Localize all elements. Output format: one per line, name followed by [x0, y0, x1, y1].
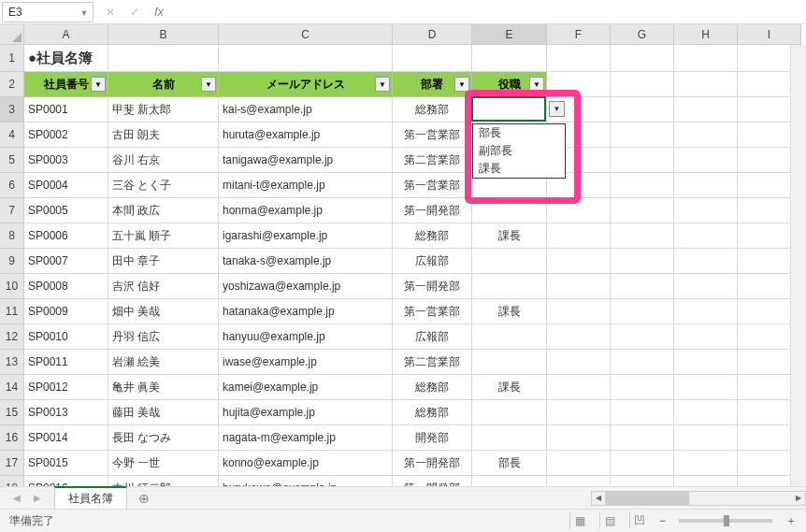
cell[interactable] — [472, 45, 547, 72]
cell-name[interactable]: 三谷 とく子 — [108, 173, 219, 198]
cell-dept[interactable]: 総務部 — [393, 97, 472, 122]
cell-dept[interactable]: 第一営業部 — [393, 299, 472, 324]
cell-empno[interactable]: SP0011 — [24, 350, 108, 375]
next-sheet-icon[interactable]: ▶ — [34, 493, 41, 503]
row-header-4[interactable]: 4 — [0, 122, 24, 148]
column-header-E[interactable]: E — [472, 24, 547, 45]
row-header-11[interactable]: 11 — [0, 299, 24, 324]
zoom-in-button[interactable]: ＋ — [785, 513, 797, 529]
cell-empno[interactable]: SP0006 — [24, 223, 108, 249]
normal-view-icon[interactable]: ▦ — [569, 512, 590, 529]
cell[interactable] — [611, 350, 674, 375]
cell[interactable] — [611, 274, 674, 299]
cell[interactable] — [547, 45, 611, 72]
scroll-right-icon[interactable]: ▶ — [792, 492, 805, 505]
table-header-email[interactable]: メールアドレス▼ — [219, 72, 393, 97]
row-header-15[interactable]: 15 — [0, 400, 24, 425]
column-header-A[interactable]: A — [24, 24, 108, 45]
cell[interactable] — [674, 299, 738, 324]
cell-empno[interactable]: SP0009 — [24, 299, 108, 324]
cell[interactable] — [547, 274, 611, 299]
cell[interactable] — [611, 198, 674, 223]
add-sheet-button[interactable]: ⊕ — [135, 489, 153, 508]
cell-empno[interactable]: SP0012 — [24, 375, 108, 400]
cell-name[interactable]: 丹羽 信広 — [108, 324, 219, 350]
cell-empno[interactable]: SP0016 — [24, 476, 108, 486]
cell-role[interactable] — [472, 274, 547, 299]
cell-email[interactable]: hujita@example.jp — [219, 400, 393, 425]
cell-empno[interactable]: SP0004 — [24, 173, 108, 198]
column-header-D[interactable]: D — [393, 24, 472, 45]
column-header-H[interactable]: H — [674, 24, 738, 45]
cell-dept[interactable]: 第一営業部 — [393, 173, 472, 198]
cell[interactable] — [547, 299, 611, 324]
row-header-10[interactable]: 10 — [0, 274, 24, 299]
cell-name[interactable]: 五十嵐 順子 — [108, 223, 219, 249]
cell-email[interactable]: tanigawa@example.jp — [219, 148, 393, 173]
cell-name[interactable]: 畑中 美哉 — [108, 299, 219, 324]
cell[interactable] — [611, 375, 674, 400]
cell-role[interactable]: 部長 — [472, 451, 547, 476]
column-header-F[interactable]: F — [547, 24, 611, 45]
horizontal-scroll-thumb[interactable] — [605, 492, 689, 505]
cell[interactable] — [219, 45, 393, 72]
cell[interactable] — [674, 324, 738, 350]
cell[interactable] — [547, 425, 611, 451]
cell[interactable] — [611, 476, 674, 486]
row-header-6[interactable]: 6 — [0, 173, 24, 198]
cell-empno[interactable]: SP0005 — [24, 198, 108, 223]
cell[interactable] — [611, 400, 674, 425]
cell-email[interactable]: kamei@example.jp — [219, 375, 393, 400]
page-layout-view-icon[interactable]: ▤ — [599, 512, 620, 529]
cell-role[interactable] — [472, 324, 547, 350]
row-header-8[interactable]: 8 — [0, 223, 24, 249]
dropdown-option[interactable]: 副部長 — [473, 142, 565, 160]
row-header-17[interactable]: 17 — [0, 451, 24, 476]
cell[interactable] — [611, 299, 674, 324]
cell-name[interactable]: 吉沢 信好 — [108, 274, 219, 299]
row-header-14[interactable]: 14 — [0, 375, 24, 400]
cell-empno[interactable]: SP0001 — [24, 97, 108, 122]
zoom-out-button[interactable]: − — [659, 514, 666, 527]
cell[interactable] — [674, 122, 738, 148]
cell[interactable] — [674, 97, 738, 122]
cell-name[interactable]: 古田 朗夫 — [108, 122, 219, 148]
cell[interactable] — [547, 324, 611, 350]
filter-dropdown-icon[interactable]: ▼ — [454, 77, 469, 92]
cell[interactable] — [611, 425, 674, 451]
cell-dept[interactable]: 総務部 — [393, 400, 472, 425]
cell[interactable] — [674, 173, 738, 198]
cell-dept[interactable]: 第一営業部 — [393, 122, 472, 148]
scroll-left-icon[interactable]: ◀ — [592, 492, 605, 505]
cell-email[interactable]: nagata-m@example.jp — [219, 425, 393, 451]
page-break-view-icon[interactable]: 凹 — [629, 512, 650, 529]
name-box-dropdown-icon[interactable]: ▼ — [78, 7, 91, 20]
cell[interactable] — [674, 274, 738, 299]
filter-dropdown-icon[interactable]: ▼ — [201, 77, 216, 92]
cell-dept[interactable]: 開発部 — [393, 425, 472, 451]
dropdown-option[interactable]: 課長 — [473, 160, 565, 178]
row-header-1[interactable]: 1 — [0, 45, 24, 72]
dropdown-option[interactable]: 部長 — [473, 124, 565, 142]
cell-role[interactable] — [472, 198, 547, 223]
cell-name[interactable]: 今野 一世 — [108, 451, 219, 476]
filter-dropdown-icon[interactable]: ▼ — [91, 77, 106, 92]
cell[interactable] — [547, 198, 611, 223]
cell-role[interactable] — [472, 350, 547, 375]
cell-empno[interactable]: SP0014 — [24, 425, 108, 451]
cell-role[interactable] — [472, 476, 547, 486]
table-header-name[interactable]: 名前▼ — [108, 72, 219, 97]
cell-dept[interactable]: 第二営業部 — [393, 148, 472, 173]
cell[interactable] — [611, 45, 674, 72]
cell[interactable] — [611, 148, 674, 173]
cell-dept[interactable]: 広報部 — [393, 324, 472, 350]
cell[interactable] — [674, 72, 738, 97]
cell[interactable] — [611, 223, 674, 249]
row-header-13[interactable]: 13 — [0, 350, 24, 375]
cell-role[interactable] — [472, 249, 547, 274]
column-header-C[interactable]: C — [219, 24, 393, 45]
cell[interactable] — [674, 45, 738, 72]
cell[interactable] — [674, 400, 738, 425]
zoom-slider[interactable] — [679, 519, 772, 523]
cell-empno[interactable]: SP0003 — [24, 148, 108, 173]
